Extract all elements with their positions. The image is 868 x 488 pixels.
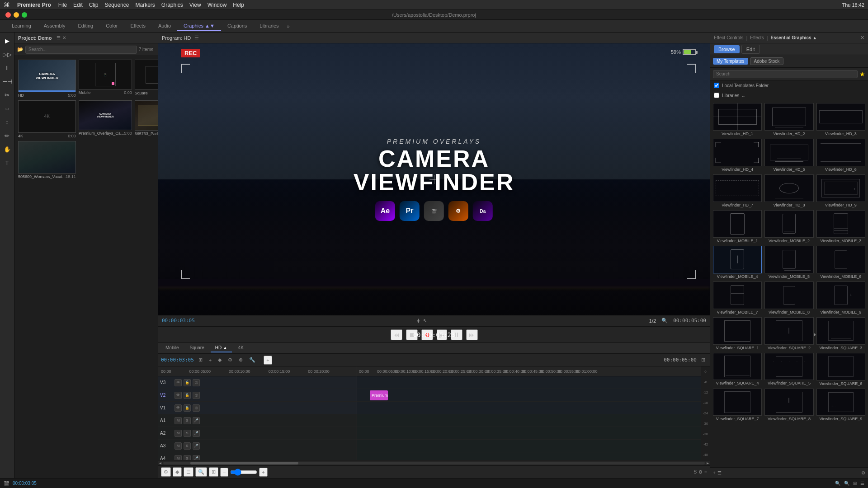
track-a4-m[interactable]: M: [175, 455, 182, 460]
tl-add-track[interactable]: +: [264, 356, 272, 365]
star-button[interactable]: ★: [859, 70, 865, 78]
template-vf-square-7[interactable]: Viewfinder_SQUARE_7: [713, 389, 762, 422]
status-search[interactable]: 🔍: [844, 481, 849, 486]
track-v3-eye[interactable]: 👁: [175, 379, 182, 386]
project-panel-close[interactable]: ✕: [62, 35, 66, 40]
template-vf-mobile-4[interactable]: Viewfinder_MOBILE_4: [713, 246, 762, 279]
program-panel-menu[interactable]: ☰: [194, 35, 199, 41]
tl-list-btn[interactable]: ☰: [184, 467, 193, 477]
seq-tab-hd[interactable]: HD ▲: [211, 344, 232, 352]
menu-clip[interactable]: Clip: [89, 2, 99, 8]
track-a2-s[interactable]: S: [184, 430, 191, 437]
tl-zoom-out-btn[interactable]: –: [220, 468, 228, 477]
selection-tool[interactable]: ▶: [2, 35, 13, 46]
timeline-playhead[interactable]: [370, 376, 370, 460]
eg-main-tab[interactable]: Essential Graphics ▲: [771, 35, 817, 40]
browse-tab[interactable]: Browse: [714, 45, 740, 53]
template-vf-hd-9[interactable]: 2 Viewfinder_HD_9: [816, 174, 865, 207]
seq-tab-square[interactable]: Square: [185, 344, 208, 352]
slide-tool[interactable]: ↕: [2, 117, 13, 127]
ripple-edit-tool[interactable]: ⊣⊢: [2, 62, 13, 73]
tab-learning[interactable]: Learning: [5, 21, 38, 31]
track-a4-mic[interactable]: 🎤: [193, 455, 200, 460]
eg-close-btn[interactable]: ✕: [860, 35, 864, 41]
track-v1-lock[interactable]: 🔒: [184, 404, 191, 412]
tab-assembly[interactable]: Assembly: [38, 21, 72, 31]
track-v2-lock[interactable]: 🔒: [184, 392, 191, 399]
track-select-tool[interactable]: ▷▷: [2, 49, 13, 60]
eg-add-btn[interactable]: +: [713, 470, 716, 475]
workspace-more[interactable]: »: [287, 23, 290, 29]
template-vf-mobile-2[interactable]: Viewfinder_MOBILE_2: [764, 210, 813, 243]
adobe-stock-btn[interactable]: Adobe Stock: [750, 57, 784, 65]
tab-audio[interactable]: Audio: [152, 21, 177, 31]
tl-track-height-btn[interactable]: ⚙: [698, 469, 703, 474]
timeline-fit-btn[interactable]: ⊞: [699, 356, 707, 364]
project-item-hd[interactable]: CAMERAVIEWFINDER HD 5:00: [18, 60, 76, 98]
template-vf-hd-7[interactable]: Viewfinder_HD_7: [713, 174, 762, 207]
timeline-scrollbar[interactable]: ◂ ▸: [158, 460, 710, 465]
tl-settings2-btn[interactable]: ≡: [704, 469, 707, 474]
tl-grid-btn[interactable]: ⊞: [209, 467, 218, 477]
project-item-parking[interactable]: 665733_Parking_Lot_C... 9:21: [135, 100, 158, 138]
template-vf-hd-2[interactable]: Viewfinder_HD_2: [764, 103, 813, 136]
template-vf-square-1[interactable]: Viewfinder_SQUARE_1: [713, 317, 762, 350]
tab-effects[interactable]: Effects: [124, 21, 151, 31]
zoom-tool[interactable]: T: [2, 157, 13, 168]
tl-zoom-slider[interactable]: [230, 469, 257, 476]
project-item-woman[interactable]: 505609_Womans_Vacat... 18:11: [18, 141, 76, 179]
slip-tool[interactable]: ↔: [2, 103, 13, 114]
menu-graphics[interactable]: Graphics: [161, 2, 183, 8]
go-to-end-btn[interactable]: ⏭: [466, 329, 478, 340]
close-button[interactable]: [5, 12, 11, 18]
template-vf-hd-6[interactable]: Viewfinder_HD_6: [816, 139, 865, 172]
template-vf-square-3[interactable]: Viewfinder_SQUARE_3: [816, 317, 865, 350]
track-v2-eye[interactable]: 👁: [175, 392, 182, 399]
project-item-square[interactable]: Square 0:00: [135, 60, 158, 98]
template-vf-square-8[interactable]: Viewfinder_SQUARE_8: [764, 389, 813, 422]
template-vf-square-5[interactable]: ----- Viewfinder_SQUARE_5: [764, 353, 813, 386]
tl-zoom-in-btn[interactable]: +: [259, 468, 267, 477]
template-vf-hd-4[interactable]: Viewfinder_HD_4: [713, 139, 762, 172]
eg-effects-tab[interactable]: Effects: [750, 35, 764, 40]
track-a4-s[interactable]: S: [184, 455, 191, 460]
track-a1-mic[interactable]: 🎤: [193, 417, 200, 424]
tab-graphics[interactable]: Graphics ▲▼: [177, 21, 221, 31]
seq-tab-mobile[interactable]: Mobile: [161, 344, 183, 352]
template-vf-square-6[interactable]: Viewfinder_SQUARE_6: [816, 353, 865, 386]
timeline-wrench[interactable]: 🔧: [247, 356, 257, 364]
eg-settings-btn[interactable]: ⚙: [861, 470, 865, 475]
pen-tool[interactable]: ✏: [2, 130, 13, 141]
track-a3-s[interactable]: S: [184, 442, 191, 450]
template-vf-square-9[interactable]: · · · · · · · · Viewfinder_SQUARE_9: [816, 389, 865, 422]
track-v2-sync[interactable]: ◎: [193, 392, 200, 399]
templates-search-input[interactable]: [713, 70, 858, 78]
project-panel-menu[interactable]: ☰: [57, 35, 61, 40]
track-a1-m[interactable]: M: [175, 417, 182, 424]
menu-markers[interactable]: Markers: [135, 2, 155, 8]
timeline-tool-settings[interactable]: ⚙: [226, 356, 234, 364]
track-a2-m[interactable]: M: [175, 430, 182, 437]
scrollbar-track[interactable]: [163, 462, 705, 465]
premium-clip[interactable]: Premium...: [370, 390, 388, 400]
maximize-button[interactable]: [22, 12, 27, 18]
project-item-mobile[interactable]: 📱 Mobile 0:00: [79, 60, 132, 98]
tl-marker-btn[interactable]: ◆: [173, 467, 182, 477]
tab-libraries[interactable]: Libraries: [253, 21, 285, 31]
tab-color[interactable]: Color: [99, 21, 124, 31]
template-vf-hd-8[interactable]: Viewfinder_HD_8: [764, 174, 813, 207]
template-vf-mobile-9[interactable]: 1 Viewfinder_MOBILE_9: [816, 282, 865, 314]
menu-sequence[interactable]: Sequence: [104, 2, 129, 8]
tab-editing[interactable]: Editing: [72, 21, 100, 31]
tl-settings-btn[interactable]: ⚙: [161, 467, 171, 477]
template-vf-mobile-8[interactable]: Viewfinder_MOBILE_8: [764, 282, 813, 314]
template-vf-mobile-1[interactable]: Viewfinder_MOBILE_1: [713, 210, 762, 243]
libraries-checkbox[interactable]: [714, 93, 719, 98]
template-vf-mobile-7[interactable]: Viewfinder_MOBILE_7: [713, 282, 762, 314]
template-vf-square-4[interactable]: Viewfinder_SQUARE_4: [713, 353, 762, 386]
track-a2-mic[interactable]: 🎤: [193, 430, 200, 437]
menu-help[interactable]: Help: [233, 2, 244, 8]
template-vf-mobile-5[interactable]: Viewfinder_MOBILE_5: [764, 246, 813, 279]
template-vf-hd-1[interactable]: Viewfinder_HD_1: [713, 103, 762, 136]
go-to-start-btn[interactable]: ⏮: [391, 329, 402, 340]
